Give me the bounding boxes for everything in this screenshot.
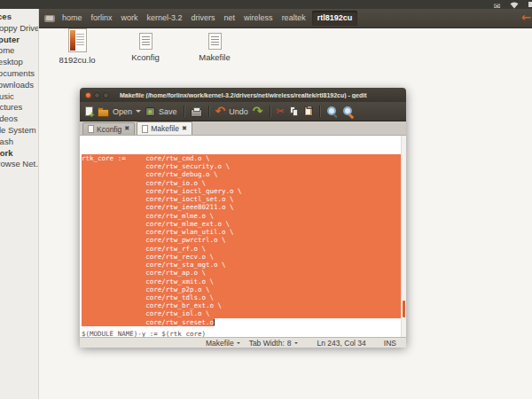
code-line: core/rtw_rf.o \ bbox=[82, 245, 403, 253]
file-icon bbox=[68, 28, 87, 52]
save-button[interactable]: Save bbox=[145, 107, 177, 116]
tab-close-icon[interactable] bbox=[182, 126, 187, 132]
toolbar-separator bbox=[270, 106, 270, 117]
breadcrumb-item[interactable]: work bbox=[117, 9, 143, 27]
sidebar-item[interactable]: Music bbox=[0, 91, 38, 103]
editor-tab[interactable]: Makefile bbox=[137, 121, 192, 135]
cut-button[interactable] bbox=[277, 106, 285, 117]
sidebar-item[interactable]: Trash bbox=[0, 137, 38, 148]
open-label: Open bbox=[113, 107, 132, 116]
code-line-clipped: $(MODULE_NAME)-y := $(rtk_core) bbox=[82, 330, 206, 337]
open-button[interactable]: Open bbox=[98, 106, 141, 117]
cut-icon bbox=[277, 106, 285, 117]
save-icon bbox=[145, 107, 155, 116]
language-selector[interactable]: Makefile bbox=[206, 339, 240, 348]
sidebar-item[interactable]: Computer bbox=[0, 35, 38, 46]
breadcrumb-item[interactable]: home bbox=[58, 9, 87, 27]
sidebar-item[interactable]: Desktop bbox=[0, 57, 38, 68]
gedit-window: Makefile (/home/forlinx/work/kernel-3.2/… bbox=[80, 88, 406, 346]
copy-button[interactable] bbox=[289, 106, 300, 117]
sidebar-item[interactable]: Browse Net… bbox=[0, 159, 38, 170]
code-line: core/rtw_ap.o \ bbox=[82, 269, 403, 277]
file-name: Kconfig bbox=[126, 52, 165, 62]
text-editor[interactable]: rtk_core := core/rtw_cmd.o \ core/rtw_se… bbox=[80, 136, 406, 337]
code-line: core/rtw_p2p.o \ bbox=[82, 286, 403, 293]
replace-button[interactable] bbox=[342, 106, 354, 117]
sidebar-item[interactable]: Home bbox=[0, 45, 38, 57]
gedit-toolbar: Open Save Undo bbox=[80, 102, 406, 121]
breadcrumb-item[interactable]: drivers bbox=[187, 9, 220, 27]
gedit-titlebar[interactable]: Makefile (/home/forlinx/work/kernel-3.2/… bbox=[80, 88, 406, 102]
breadcrumb-item[interactable]: forlinx bbox=[87, 9, 117, 27]
minimize-button[interactable] bbox=[94, 92, 100, 98]
message-indicator-icon[interactable] bbox=[492, 0, 502, 9]
file-item[interactable]: 8192cu.lo bbox=[58, 28, 97, 65]
breadcrumb-item[interactable]: net bbox=[220, 9, 240, 27]
breadcrumb-item[interactable]: rtl8192cu bbox=[312, 11, 358, 26]
sidebar-item[interactable]: File System bbox=[0, 125, 38, 137]
code-line: rtk_core := core/rtw_cmd.o \ bbox=[82, 154, 403, 162]
redo-button[interactable] bbox=[253, 106, 263, 117]
code-line: core/rtw_br_ext.o \ bbox=[82, 301, 403, 309]
scrollbar[interactable] bbox=[401, 136, 406, 337]
sidebar-item[interactable]: Network bbox=[0, 148, 38, 160]
code-line: core/rtw_tdls.o \ bbox=[82, 293, 403, 301]
editor-tab[interactable]: Kconfig bbox=[82, 122, 135, 135]
sidebar-item[interactable]: Floppy Drive bbox=[0, 23, 38, 35]
code-line: core/rtw_wlan_util.o \ bbox=[82, 228, 403, 236]
undo-label: Undo bbox=[229, 107, 248, 116]
insert-mode-indicator: INS bbox=[384, 339, 396, 348]
code-line: core/rtw_security.o \ bbox=[82, 162, 403, 170]
cursor-position: Ln 243, Col 34 bbox=[317, 339, 366, 348]
sidebar-item[interactable]: Pictures bbox=[0, 102, 38, 113]
search-replace-icon bbox=[342, 106, 354, 117]
tab-label: Makefile bbox=[151, 124, 179, 133]
chevron-down-icon bbox=[136, 110, 141, 115]
toolbar-separator bbox=[319, 106, 320, 117]
new-document-button[interactable] bbox=[85, 106, 93, 116]
close-button[interactable] bbox=[85, 92, 91, 98]
code-selection-block: rtk_core := core/rtw_cmd.o \ core/rtw_se… bbox=[82, 154, 403, 326]
search-button[interactable] bbox=[326, 106, 338, 117]
file-icon bbox=[208, 33, 222, 50]
breadcrumb-item[interactable]: kernel-3.2 bbox=[143, 9, 187, 27]
places-sidebar: DevicesFloppy DriveComputerHomeDesktopDo… bbox=[0, 9, 39, 399]
code-line: core/rtw_ioctl_set.o \ bbox=[82, 195, 403, 203]
file-item[interactable]: Makefile bbox=[195, 28, 234, 62]
new-document-icon bbox=[85, 106, 93, 116]
print-button[interactable] bbox=[191, 106, 202, 117]
breadcrumb-item[interactable]: wireless bbox=[239, 9, 278, 27]
file-name: 8192cu.lo bbox=[58, 55, 97, 65]
scrollbar-thumb[interactable] bbox=[403, 301, 405, 317]
search-icon bbox=[326, 106, 338, 117]
maximize-button[interactable] bbox=[103, 92, 109, 98]
tab-close-icon[interactable] bbox=[124, 126, 129, 132]
sidebar-item[interactable]: Documents bbox=[0, 68, 38, 80]
copy-icon bbox=[289, 106, 300, 117]
breadcrumb-item[interactable]: realtek bbox=[278, 9, 310, 27]
document-icon bbox=[142, 125, 148, 133]
code-line: core/rtw_mlme.o \ bbox=[82, 212, 403, 220]
code-line: core/rtw_debug.o \ bbox=[82, 170, 403, 178]
code-line: core/rtw_ieee80211.o \ bbox=[82, 203, 403, 211]
file-icon bbox=[139, 33, 153, 50]
pathbar: homeforlinxworkkernel-3.2driversnetwirel… bbox=[39, 9, 532, 28]
sidebar-item[interactable]: Devices bbox=[0, 12, 38, 23]
undo-button[interactable]: Undo bbox=[215, 106, 248, 117]
code-line: core/rtw_pwrctrl.o \ bbox=[82, 236, 403, 244]
network-indicator-icon[interactable] bbox=[509, 1, 520, 9]
print-icon bbox=[191, 109, 202, 117]
sidebar-item[interactable]: Videos bbox=[0, 113, 38, 125]
file-item[interactable]: Kconfig bbox=[126, 28, 165, 62]
pathbar-scroll-left-icon[interactable] bbox=[521, 12, 532, 26]
toolbar-separator bbox=[208, 106, 209, 117]
tab-width-selector[interactable]: Tab Width: 8 bbox=[249, 339, 298, 348]
chevron-down-icon bbox=[237, 342, 240, 346]
computer-icon[interactable] bbox=[44, 15, 55, 22]
paste-button[interactable] bbox=[304, 106, 313, 116]
toolbar-separator bbox=[184, 106, 184, 117]
battery-indicator-icon[interactable] bbox=[528, 2, 532, 7]
status-bar: Makefile Tab Width: 8 Ln 243, Col 34 INS bbox=[80, 337, 406, 348]
undo-icon bbox=[215, 106, 226, 117]
sidebar-item[interactable]: Downloads bbox=[0, 80, 38, 91]
